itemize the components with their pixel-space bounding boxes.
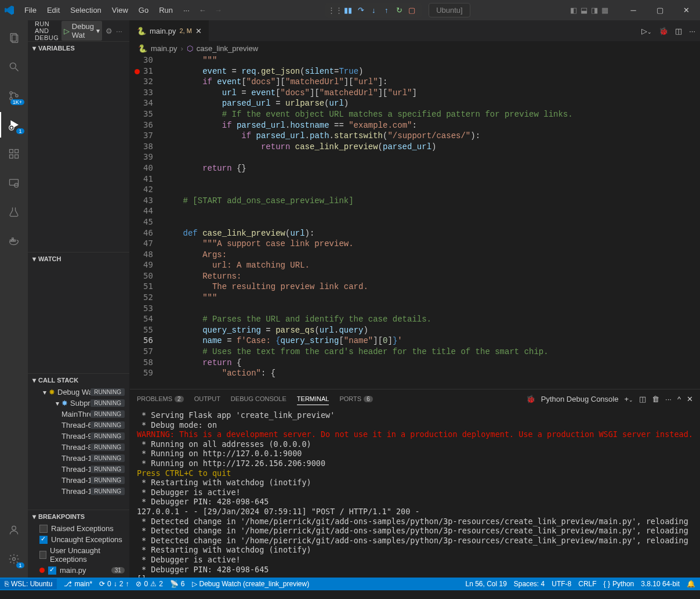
debug-launch-icon[interactable]: 🐞: [659, 27, 668, 35]
debug-step-into-icon[interactable]: ↓: [368, 5, 379, 16]
menu-more[interactable]: ···: [179, 3, 194, 17]
activity-test[interactable]: [0, 199, 28, 225]
status-sync[interactable]: ⟳ 0↓ 2↑: [99, 580, 129, 588]
breakpoint-row[interactable]: Uncaught Exceptions: [28, 534, 129, 545]
callstack-row[interactable]: Thread-9RUNNING: [28, 431, 129, 442]
debug-step-out-icon[interactable]: ↑: [381, 5, 391, 16]
window-maximize-icon[interactable]: ▢: [647, 0, 673, 20]
activity-settings[interactable]: 1: [0, 546, 28, 572]
debug-stop-icon[interactable]: ▢: [407, 5, 417, 16]
panel-more-icon[interactable]: ···: [665, 395, 672, 403]
debug-restart-icon[interactable]: ↻: [394, 5, 404, 16]
nav-forward-icon[interactable]: →: [211, 6, 226, 15]
status-python-version[interactable]: 3.8.10 64-bit: [641, 580, 680, 588]
sidebar-more-icon[interactable]: ···: [116, 27, 122, 35]
layout-bottom-icon[interactable]: ⬓: [581, 6, 587, 15]
menu-file[interactable]: File: [20, 3, 41, 17]
activity-explorer[interactable]: [0, 25, 28, 50]
menu-selection[interactable]: Selection: [66, 3, 106, 17]
status-encoding[interactable]: UTF-8: [552, 580, 571, 588]
breadcrumb[interactable]: 🐍 main.py › ⬡ case_link_preview: [130, 41, 700, 55]
terminal-split-icon[interactable]: ◫: [639, 395, 646, 403]
status-eol[interactable]: CRLF: [578, 580, 596, 588]
layout-left-icon[interactable]: ◧: [570, 6, 577, 15]
variables-header[interactable]: VARIABLES: [28, 42, 129, 55]
panel-tab-ports[interactable]: PORTS6: [339, 393, 372, 405]
code-editor[interactable]: 3031323334353637383940414243444546474849…: [130, 55, 700, 389]
callstack-row[interactable]: ✸Debug WatchRUNNING: [28, 387, 129, 398]
status-lang[interactable]: { } Python: [604, 580, 634, 588]
gear-icon: ✸: [61, 399, 68, 407]
checkbox[interactable]: [39, 536, 48, 544]
breakpoint-row[interactable]: Raised Exceptions: [28, 523, 129, 534]
terminal-kill-icon[interactable]: 🗑: [652, 395, 659, 403]
activity-docker[interactable]: [0, 228, 28, 254]
callstack-header[interactable]: CALL STACK: [28, 374, 129, 387]
callstack-row[interactable]: Thread-12RUNNING: [28, 486, 129, 497]
command-center[interactable]: Ubuntu]: [429, 3, 470, 17]
menu-run[interactable]: Run: [154, 3, 177, 17]
status-notifications-icon[interactable]: 🔔: [687, 580, 695, 588]
menu-view[interactable]: View: [107, 3, 133, 17]
panel-tab-problems[interactable]: PROBLEMS2: [137, 393, 184, 405]
terminal-new-icon[interactable]: +⌄: [624, 395, 633, 403]
tab-main-py[interactable]: 🐍 main.py 2, M ✕: [130, 20, 209, 41]
split-editor-icon[interactable]: ◫: [675, 27, 682, 35]
window-close-icon[interactable]: ✕: [673, 0, 700, 20]
layout-customize-icon[interactable]: ▦: [601, 6, 608, 15]
terminal-profile[interactable]: Python Debug Console: [541, 395, 619, 403]
run-dropdown-icon[interactable]: ▷⌄: [641, 27, 652, 35]
breakpoint-row[interactable]: main.py31: [28, 565, 129, 576]
debug-step-over-icon[interactable]: ↷: [356, 5, 366, 16]
status-ports[interactable]: 📡 6: [170, 580, 185, 588]
editor-more-icon[interactable]: ···: [689, 27, 695, 35]
menu-edit[interactable]: Edit: [42, 3, 64, 17]
terminal-output[interactable]: * Serving Flask app 'create_link_preview…: [130, 408, 700, 578]
remote-icon: ⎘: [5, 580, 9, 588]
minimap[interactable]: [634, 55, 692, 389]
checkbox[interactable]: [39, 551, 46, 559]
callstack-row[interactable]: Thread-11RUNNING: [28, 453, 129, 464]
panel-maximize-icon[interactable]: ^: [677, 395, 681, 403]
checkbox[interactable]: [48, 566, 56, 575]
status-debug-target[interactable]: ▷ Debug Watch (create_link_preview): [192, 580, 310, 588]
activity-accounts[interactable]: [0, 517, 28, 543]
panel-tab-debug-console[interactable]: DEBUG CONSOLE: [231, 393, 286, 405]
tab-status: 2, M: [179, 27, 191, 34]
layout-right-icon[interactable]: ◨: [591, 6, 598, 15]
panel-tab-terminal[interactable]: TERMINAL: [297, 393, 329, 405]
callstack-row[interactable]: ✸Subprocess 80437RUNNING: [28, 398, 129, 409]
breakpoint-row[interactable]: User Uncaught Exceptions: [28, 545, 129, 565]
debug-pause-icon[interactable]: ▮▮: [343, 5, 353, 16]
panel-close-icon[interactable]: ✕: [687, 395, 693, 403]
status-cursor[interactable]: Ln 56, Col 19: [465, 580, 506, 588]
status-problems[interactable]: ⊘ 0 ⚠ 2: [136, 580, 162, 588]
callstack-row[interactable]: Thread-8RUNNING: [28, 442, 129, 453]
debug-badge: 1: [16, 128, 24, 134]
menu-go[interactable]: Go: [134, 3, 153, 17]
activity-scm[interactable]: 1K+: [0, 83, 28, 109]
panel-tab-output[interactable]: OUTPUT: [194, 393, 220, 405]
activity-extensions[interactable]: [0, 141, 28, 167]
window-minimize-icon[interactable]: ─: [620, 0, 647, 20]
callstack-row[interactable]: Thread-13RUNNING: [28, 475, 129, 486]
debug-drag-icon[interactable]: ⋮⋮: [330, 5, 340, 16]
nav-back-icon[interactable]: ←: [195, 6, 210, 15]
debug-settings-icon[interactable]: ⚙: [106, 27, 113, 35]
status-remote[interactable]: ⎘WSL: Ubuntu: [0, 579, 57, 589]
activity-debug[interactable]: 1: [0, 112, 28, 138]
checkbox[interactable]: [39, 525, 48, 533]
status-branch[interactable]: ⎇main*: [64, 580, 92, 588]
status-spaces[interactable]: Spaces: 4: [514, 580, 545, 588]
gutter-breakpoint-icon[interactable]: [135, 69, 140, 74]
debug-config-dropdown[interactable]: ▷ Debug Wat: [61, 21, 102, 41]
activity-remote[interactable]: [0, 170, 28, 196]
breakpoints-header[interactable]: BREAKPOINTS: [28, 510, 129, 523]
tab-close-icon[interactable]: ✕: [195, 27, 202, 35]
svg-rect-19: [12, 238, 14, 240]
callstack-row[interactable]: Thread-6RUNNING: [28, 420, 129, 431]
callstack-row[interactable]: MainThreadRUNNING: [28, 409, 129, 420]
callstack-row[interactable]: Thread-10RUNNING: [28, 464, 129, 475]
activity-search[interactable]: [0, 54, 28, 80]
watch-header[interactable]: WATCH: [28, 252, 129, 265]
